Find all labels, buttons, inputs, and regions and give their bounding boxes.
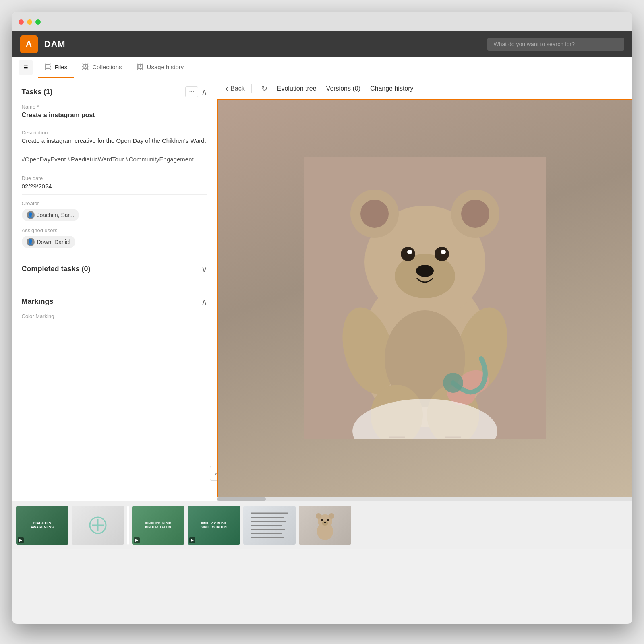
collapse-icon: ◁	[215, 470, 217, 477]
teddy-svg	[304, 157, 546, 439]
completed-tasks-header: Completed tasks (0) ∨	[22, 264, 207, 274]
refresh-icon: ↻	[261, 85, 267, 93]
app-window: A DAM ☰ 🖼 Files 🖼 Collections 🖼 Usage hi…	[12, 12, 632, 624]
name-field: Name * Create a instagram post	[22, 104, 207, 124]
tab-usage-label: Usage history	[147, 64, 184, 70]
filmstrip-item-5[interactable]	[243, 506, 296, 545]
markings-section: Markings ∧ Color Marking	[12, 289, 217, 329]
assigned-user-chip: 👤 Down, Daniel	[22, 236, 75, 248]
filmstrip: DIABETESAWARENESS ▶ EINBLICK IN DIEKINDE…	[12, 501, 632, 549]
filmstrip-item-6[interactable]	[299, 506, 351, 545]
due-date-field: Due date 02/29/2024	[22, 175, 207, 195]
horizontal-scrollbar[interactable]	[217, 497, 632, 501]
filmstrip-item-1[interactable]: DIABETESAWARENESS ▶	[16, 506, 68, 545]
svg-point-6	[461, 200, 489, 228]
maximize-dot[interactable]	[35, 19, 41, 25]
description-value: Create a instagram creative for the Open…	[22, 137, 207, 149]
assigned-users-label: Assigned users	[22, 227, 207, 233]
creator-chip: 👤 Joachim, Sar...	[22, 209, 79, 221]
tab-files[interactable]: 🖼 Files	[38, 57, 74, 78]
app-header: A DAM	[12, 31, 632, 57]
svg-point-39	[327, 519, 329, 521]
completed-tasks-toggle[interactable]: ∨	[201, 264, 207, 274]
svg-point-37	[329, 513, 334, 519]
titlebar	[12, 12, 632, 31]
filmstrip-teddy-svg	[309, 509, 341, 541]
close-dot[interactable]	[19, 19, 24, 25]
asset-preview-area	[217, 99, 632, 497]
logo-text: A	[26, 39, 32, 50]
markings-toggle[interactable]: ∧	[201, 297, 207, 307]
tasks-collapse-button[interactable]: ∧	[201, 87, 207, 97]
creator-name: Joachim, Sar...	[37, 212, 75, 218]
evolution-tree-link[interactable]: Evolution tree	[277, 85, 317, 92]
tab-bar: ☰ 🖼 Files 🖼 Collections 🖼 Usage history	[12, 57, 632, 78]
filmstrip-item-1-badge: ▶	[18, 537, 24, 543]
more-icon: ···	[189, 88, 194, 95]
scroll-thumb[interactable]	[217, 497, 266, 501]
files-icon: 🖼	[44, 63, 52, 71]
creator-field: Creator 👤 Joachim, Sar...	[22, 200, 207, 221]
svg-point-41	[324, 522, 326, 523]
chevron-down-icon: ∨	[201, 265, 207, 274]
creator-label: Creator	[22, 200, 207, 206]
tab-usage-history[interactable]: 🖼 Usage history	[130, 57, 191, 78]
description-field: Description Create a instagram creative …	[22, 130, 207, 149]
search-input[interactable]	[487, 38, 624, 51]
filmstrip-item-3-badge: ▶	[134, 537, 140, 543]
teddy-image-container	[218, 100, 632, 497]
svg-point-12	[435, 247, 449, 261]
completed-tasks-title: Completed tasks (0)	[22, 265, 91, 273]
assigned-users-field: Assigned users 👤 Down, Daniel	[22, 227, 207, 248]
assigned-user-avatar: 👤	[27, 238, 35, 246]
menu-button[interactable]: ☰	[19, 60, 33, 75]
tasks-section-header: Tasks (1) ··· ∧	[22, 86, 207, 97]
filmstrip-item-3-label: EINBLICK IN DIEKINDERSTATION	[143, 520, 173, 530]
right-panel: ‹ Back ↻ Evolution tree Versions (0) Cha…	[217, 78, 632, 501]
back-label: Back	[230, 85, 245, 92]
filmstrip-item-1-label: DIABETESAWARENESS	[29, 520, 56, 531]
svg-point-22	[443, 373, 463, 393]
versions-link[interactable]: Versions (0)	[326, 85, 360, 92]
usage-icon: 🖼	[137, 63, 144, 71]
panel-collapse-button[interactable]: ◁	[210, 466, 217, 481]
filmstrip-item-2[interactable]	[72, 506, 124, 545]
chevron-up-icon-2: ∧	[201, 297, 207, 306]
filmstrip-item-4[interactable]: EINBLICK IN DIEKINDERSTATION ▶	[188, 506, 240, 545]
svg-point-15	[416, 265, 434, 277]
tasks-more-button[interactable]: ···	[185, 86, 198, 97]
chevron-up-icon: ∧	[201, 87, 207, 96]
refresh-button[interactable]: ↻	[261, 84, 267, 93]
minimize-dot[interactable]	[27, 19, 32, 25]
filmstrip-icon-svg	[88, 515, 108, 535]
svg-point-36	[316, 513, 321, 519]
back-button[interactable]: ‹ Back	[226, 84, 252, 93]
main-content: Tasks (1) ··· ∧ Name * Create a instagra…	[12, 78, 632, 501]
left-panel: Tasks (1) ··· ∧ Name * Create a instagra…	[12, 78, 217, 501]
tasks-section: Tasks (1) ··· ∧ Name * Create a instagra…	[12, 78, 217, 256]
description-label: Description	[22, 130, 207, 136]
filmstrip-item-6-preview	[299, 506, 351, 545]
tab-collections-label: Collections	[92, 64, 122, 70]
svg-point-11	[401, 247, 415, 261]
filmstrip-item-4-preview: EINBLICK IN DIEKINDERSTATION	[188, 506, 240, 545]
creator-avatar: 👤	[27, 211, 35, 219]
due-date-value: 02/29/2024	[22, 183, 207, 195]
filmstrip-item-3-preview: EINBLICK IN DIEKINDERSTATION	[132, 506, 184, 545]
collections-icon: 🖼	[82, 63, 89, 71]
svg-point-4	[360, 200, 389, 228]
completed-tasks-section: Completed tasks (0) ∨	[12, 256, 217, 289]
app-title: DAM	[44, 39, 66, 50]
tab-collections[interactable]: 🖼 Collections	[75, 57, 128, 78]
filmstrip-item-3[interactable]: EINBLICK IN DIEKINDERSTATION ▶	[132, 506, 184, 545]
tags-field: #OpenDayEvent #PaediatricWardTour #Commu…	[22, 155, 207, 169]
menu-icon: ☰	[23, 64, 28, 70]
filmstrip-divider	[127, 506, 129, 545]
change-history-link[interactable]: Change history	[370, 85, 414, 92]
markings-title: Markings	[22, 297, 54, 306]
tab-files-label: Files	[55, 64, 68, 70]
filmstrip-item-4-label: EINBLICK IN DIEKINDERSTATION	[199, 520, 228, 530]
svg-point-14	[441, 250, 446, 254]
svg-point-13	[407, 250, 412, 254]
filmstrip-5-svg	[249, 509, 290, 541]
